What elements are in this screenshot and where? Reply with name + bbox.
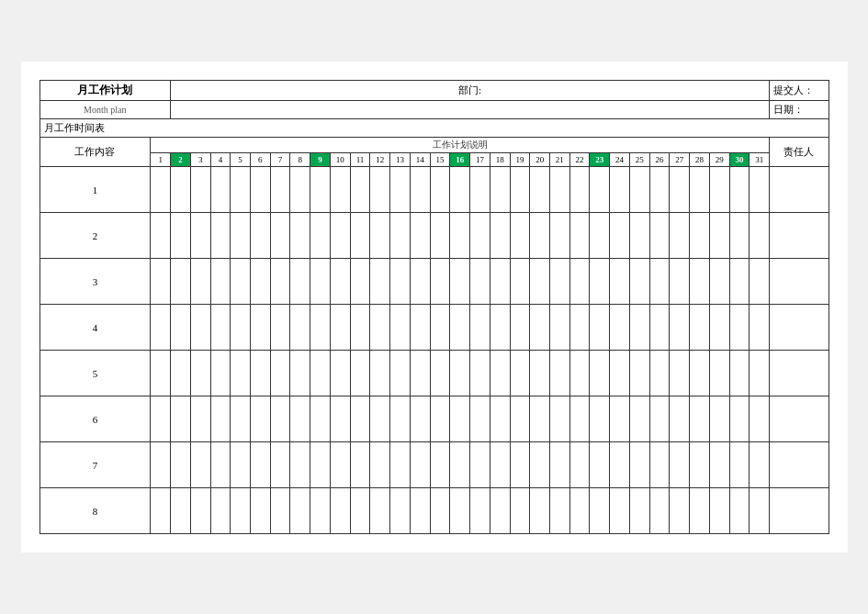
table-row: 7 <box>39 442 829 488</box>
day-13: 13 <box>390 153 411 167</box>
day-3: 3 <box>190 153 210 167</box>
day-21: 21 <box>550 153 570 167</box>
responsible-header: 责任人 <box>770 138 829 167</box>
date-label: 日期： <box>770 101 829 119</box>
row-num-8: 8 <box>39 488 151 534</box>
department-label: 部门: <box>171 81 770 101</box>
table-row: 8 <box>39 488 829 534</box>
day-2: 2 <box>171 153 191 167</box>
work-content-header: 工作内容 <box>39 138 151 167</box>
day-27: 27 <box>670 153 690 167</box>
day-5: 5 <box>231 153 251 167</box>
table-row: 3 <box>39 259 829 305</box>
monthly-plan-label: 月工作计划 <box>39 81 171 101</box>
table-row: 5 <box>39 351 829 396</box>
main-title: 月工作时间表 <box>39 119 829 138</box>
table-row: 2 <box>39 213 829 259</box>
day-17: 17 <box>470 153 490 167</box>
day-6: 6 <box>250 153 270 167</box>
row-num-4: 4 <box>39 305 151 351</box>
day-15: 15 <box>430 153 450 167</box>
day-28: 28 <box>690 153 710 167</box>
header-row: 月工作计划 部门: 提交人： <box>39 81 829 101</box>
day-9: 9 <box>310 153 331 167</box>
row-num-6: 6 <box>39 396 151 442</box>
table-row: 4 <box>39 305 829 351</box>
day-10: 10 <box>330 153 350 167</box>
title-row: 月工作时间表 <box>39 119 829 138</box>
row-num-2: 2 <box>39 213 151 259</box>
main-table: 月工作计划 部门: 提交人： Month plan 日期： 月工作时间表 工作内… <box>39 80 829 534</box>
day-24: 24 <box>610 153 630 167</box>
day-25: 25 <box>629 153 649 167</box>
header-row-2: Month plan 日期： <box>39 101 829 119</box>
day-11: 11 <box>350 153 370 167</box>
row-num-7: 7 <box>39 442 151 488</box>
day-22: 22 <box>569 153 590 167</box>
day-7: 7 <box>270 153 290 167</box>
table-row: 6 <box>39 396 829 442</box>
day-4: 4 <box>210 153 231 167</box>
day-26: 26 <box>649 153 670 167</box>
day-1: 1 <box>151 153 171 167</box>
table-row: 1 <box>39 167 829 213</box>
day-14: 14 <box>410 153 430 167</box>
day-31: 31 <box>750 153 770 167</box>
days-row: 1 2 3 4 5 6 7 8 9 10 11 12 13 14 15 16 1… <box>39 153 829 167</box>
day-18: 18 <box>490 153 510 167</box>
row-num-5: 5 <box>39 351 151 396</box>
month-plan-en: Month plan <box>39 101 171 119</box>
day-19: 19 <box>510 153 530 167</box>
dept-value[interactable] <box>171 101 770 119</box>
plan-desc-header: 工作计划说明 <box>151 138 770 153</box>
day-30: 30 <box>729 153 750 167</box>
day-20: 20 <box>530 153 550 167</box>
column-header-row: 工作内容 工作计划说明 责任人 <box>39 138 829 153</box>
day-16: 16 <box>450 153 470 167</box>
day-23: 23 <box>590 153 610 167</box>
day-29: 29 <box>709 153 729 167</box>
day-8: 8 <box>290 153 310 167</box>
row-num-3: 3 <box>39 259 151 305</box>
page-container: 月工作计划 部门: 提交人： Month plan 日期： 月工作时间表 工作内… <box>21 61 848 553</box>
submitter-label: 提交人： <box>770 81 829 101</box>
day-12: 12 <box>370 153 390 167</box>
row-num-1: 1 <box>39 167 151 213</box>
